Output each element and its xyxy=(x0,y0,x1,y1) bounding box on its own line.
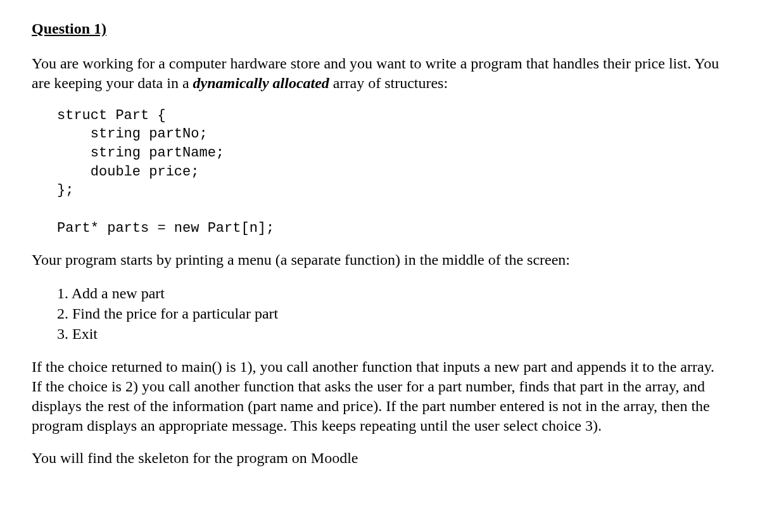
menu-options-list: 1. Add a new part 2. Find the price for … xyxy=(57,283,728,345)
intro-post: array of structures: xyxy=(329,75,448,91)
menu-intro-paragraph: Your program starts by printing a menu (… xyxy=(32,250,728,270)
struct-code-block: struct Part { string partNo; string part… xyxy=(57,106,728,238)
intro-emphasis: dynamically allocated xyxy=(193,75,329,91)
behavior-paragraph: If the choice returned to main() is 1), … xyxy=(32,357,728,436)
moodle-paragraph: You will find the skeleton for the progr… xyxy=(32,448,728,468)
question-heading: Question 1) xyxy=(32,19,728,39)
menu-item-3: 3. Exit xyxy=(57,324,728,344)
intro-paragraph: You are working for a computer hardware … xyxy=(32,54,728,93)
menu-item-1: 1. Add a new part xyxy=(57,283,728,303)
menu-item-2: 2. Find the price for a particular part xyxy=(57,303,728,324)
